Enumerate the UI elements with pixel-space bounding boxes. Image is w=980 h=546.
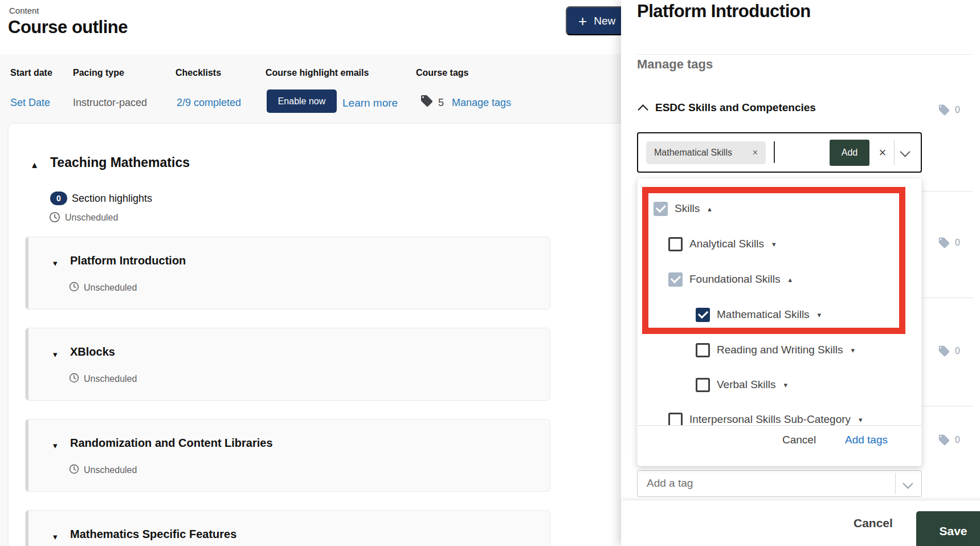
caret-up-icon[interactable]: ▴ (788, 275, 792, 284)
option-verbal-skills[interactable]: Verbal Skills ▾ (696, 377, 787, 392)
chevron-down-icon[interactable] (903, 478, 913, 488)
option-interpersonal-skills[interactable]: Interpersonal Skills Sub-Category ▾ (668, 412, 863, 425)
drawer-subtitle: Manage tags (637, 57, 713, 72)
clock-icon (69, 282, 79, 294)
card-left-strip (26, 511, 28, 546)
learn-more-link[interactable]: Learn more (342, 97, 398, 109)
drawer-cancel-button[interactable]: Cancel (854, 516, 893, 530)
clear-input-icon[interactable]: × (874, 140, 891, 166)
taxonomy-tag-count: 0 (938, 345, 960, 357)
option-label: Mathematical Skills (717, 308, 810, 321)
card-left-strip (26, 328, 28, 400)
subsection-title: XBlocks (70, 345, 115, 358)
option-mathematical-skills[interactable]: Mathematical Skills ▾ (696, 307, 821, 322)
add-tag-input[interactable]: Add a tag (637, 470, 922, 497)
course-tags-label: Course tags (416, 68, 468, 78)
tag-icon (938, 104, 950, 116)
tag-options-dropdown: Skills ▴ Analytical Skills ▾ Foundationa… (637, 178, 922, 466)
subsection-card-xblocks[interactable]: ▾ XBlocks Unscheduled (25, 328, 550, 401)
highlight-emails-label: Course highlight emails (266, 68, 369, 78)
option-label: Reading and Writing Skills (717, 344, 843, 356)
tag-count-value: 0 (955, 346, 960, 356)
chip-label: Mathematical Skills (654, 148, 732, 158)
tag-icon (938, 434, 950, 446)
caret-down-icon[interactable]: ▾ (53, 259, 58, 267)
course-tags-count: 5 (438, 97, 444, 109)
checkbox-checked[interactable] (696, 308, 710, 322)
tag-combobox[interactable]: Mathematical Skills × Add × (637, 132, 922, 173)
checkbox-partial[interactable] (654, 202, 668, 216)
checklists-link[interactable]: 2/9 completed (177, 97, 241, 109)
caret-down-icon[interactable]: ▾ (818, 311, 822, 319)
divider (894, 140, 895, 165)
section-collapse-caret-icon[interactable]: ▴ (32, 160, 37, 170)
divider (638, 425, 921, 426)
tag-icon (420, 94, 434, 108)
subsection-schedule: Unscheduled (84, 465, 137, 475)
checkbox-unchecked[interactable] (696, 343, 710, 357)
caret-down-icon[interactable]: ▾ (859, 415, 863, 424)
taxonomy-name: ESDC Skills and Competencies (655, 101, 816, 114)
selected-tag-chip[interactable]: Mathematical Skills × (646, 141, 766, 164)
tag-icon (938, 237, 950, 249)
option-foundational-skills[interactable]: Foundational Skills ▴ (668, 272, 792, 287)
caret-down-icon[interactable]: ▾ (53, 441, 58, 450)
chevron-down-icon[interactable] (900, 146, 910, 157)
text-cursor (774, 141, 775, 163)
breadcrumb-content: Content (9, 6, 39, 15)
drawer-footer: Cancel Save (621, 500, 980, 546)
dropdown-add-tags-button[interactable]: Add tags (845, 434, 888, 446)
caret-up-icon[interactable]: ▴ (708, 205, 712, 213)
tag-icon (938, 345, 950, 357)
subsection-card-randomization[interactable]: ▾ Randomization and Content Libraries Un… (25, 419, 550, 492)
checkbox-unchecked[interactable] (668, 413, 683, 426)
subsection-schedule: Unscheduled (84, 374, 137, 384)
drawer-save-button[interactable]: Save (916, 511, 980, 546)
option-label: Skills (675, 202, 700, 215)
subsection-card-platform-introduction[interactable]: ▾ Platform Introduction Unscheduled (25, 237, 550, 309)
manage-tags-drawer: Platform Introduction Manage tags ESDC S… (621, 0, 980, 546)
add-tag-button[interactable]: Add (830, 140, 869, 166)
chip-remove-icon[interactable]: × (753, 148, 758, 158)
tag-count-value: 0 (955, 435, 960, 445)
subsection-schedule: Unscheduled (84, 283, 137, 293)
highlights-count-badge: 0 (50, 191, 67, 205)
section-schedule: Unscheduled (65, 213, 118, 223)
divider (637, 54, 972, 55)
page-title: Course outline (8, 17, 128, 38)
section-title: Teaching Mathematics (50, 155, 190, 170)
subsection-title: Platform Introduction (70, 254, 186, 267)
caret-down-icon[interactable]: ▾ (784, 381, 788, 389)
taxonomy-tag-count: 0 (938, 104, 960, 116)
tag-count-value: 0 (955, 105, 960, 115)
checkbox-unchecked[interactable] (696, 378, 710, 392)
tag-count-value: 0 (955, 238, 960, 248)
add-tag-placeholder: Add a tag (647, 477, 693, 490)
checklists-label: Checklists (175, 68, 221, 78)
option-label: Interpersonal Skills Sub-Category (689, 413, 851, 425)
caret-down-icon[interactable]: ▾ (53, 532, 58, 541)
clock-icon (49, 211, 60, 225)
clock-icon (69, 464, 79, 476)
checkbox-partial[interactable] (668, 272, 683, 287)
set-date-link[interactable]: Set Date (10, 97, 50, 109)
checkbox-unchecked[interactable] (668, 237, 683, 251)
caret-down-icon[interactable]: ▾ (851, 346, 855, 355)
section-highlights-link[interactable]: Section highlights (72, 193, 152, 205)
option-reading-writing-skills[interactable]: Reading and Writing Skills ▾ (696, 343, 855, 357)
manage-tags-link[interactable]: Manage tags (452, 97, 511, 109)
card-left-strip (26, 419, 28, 491)
subsection-title: Mathematics Specific Features (70, 528, 236, 541)
dropdown-cancel-button[interactable]: Cancel (782, 434, 816, 446)
subsection-title: Randomization and Content Libraries (70, 437, 273, 450)
enable-now-button[interactable]: Enable now (267, 89, 337, 113)
chevron-up-icon[interactable] (638, 104, 648, 115)
option-analytical-skills[interactable]: Analytical Skills ▾ (668, 237, 775, 251)
taxonomy-tag-count: 0 (938, 434, 960, 446)
pacing-type-value: Instructor-paced (73, 97, 147, 109)
option-skills[interactable]: Skills ▴ (654, 201, 712, 216)
caret-down-icon[interactable]: ▾ (53, 350, 58, 358)
subsection-card-mathematics-features[interactable]: ▾ Mathematics Specific Features (25, 510, 550, 546)
caret-down-icon[interactable]: ▾ (772, 240, 776, 248)
taxonomy-tag-count: 0 (938, 237, 960, 249)
